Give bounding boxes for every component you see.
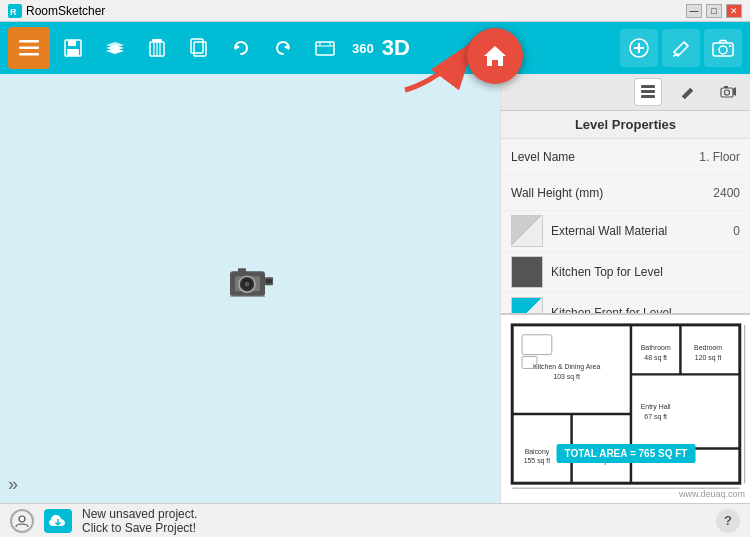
user-icon[interactable] <box>10 509 34 533</box>
svg-rect-47 <box>724 86 728 88</box>
camera-snapshot-button[interactable] <box>704 29 742 67</box>
svg-rect-3 <box>19 47 39 50</box>
status-line1: New unsaved project. <box>82 507 706 521</box>
level-name-row: Level Name 1. Floor <box>501 139 750 175</box>
external-wall-swatch <box>511 215 543 247</box>
wall-height-row: Wall Height (mm) 2400 <box>501 175 750 211</box>
delete-button[interactable] <box>138 29 176 67</box>
level-name-label: Level Name <box>511 150 699 164</box>
status-line2: Click to Save Project! <box>82 521 706 535</box>
svg-marker-16 <box>284 44 289 50</box>
wall-height-label: Wall Height (mm) <box>511 186 713 200</box>
cloud-icon <box>49 514 67 528</box>
kitchen-front-label: Kitchen Front for Level <box>551 306 740 313</box>
camera-placement-icon <box>225 263 275 306</box>
layers-icon <box>104 40 126 56</box>
undo-icon <box>232 39 250 57</box>
save-icon <box>63 38 83 58</box>
svg-text:Balcony: Balcony <box>525 448 550 456</box>
svg-rect-14 <box>191 39 203 53</box>
edit-tab[interactable] <box>674 78 702 106</box>
svg-rect-41 <box>641 90 655 93</box>
360-label[interactable]: 360 <box>352 41 374 56</box>
clear-icon <box>315 39 335 57</box>
kitchen-front-row[interactable]: Kitchen Front for Level <box>501 293 750 313</box>
user-avatar-icon <box>15 514 29 528</box>
canvas-area[interactable]: » <box>0 74 500 503</box>
svg-rect-7 <box>67 49 79 56</box>
trash-icon <box>149 38 165 58</box>
status-message: New unsaved project. Click to Save Proje… <box>82 507 706 535</box>
panel-title: Level Properties <box>501 111 750 139</box>
svg-rect-4 <box>19 53 39 56</box>
minimize-button[interactable]: — <box>686 4 702 18</box>
panel-tabs <box>501 74 750 111</box>
undo-button[interactable] <box>222 29 260 67</box>
svg-point-29 <box>729 45 731 47</box>
save-cloud-button[interactable] <box>44 509 72 533</box>
svg-rect-42 <box>641 95 655 98</box>
watermark: www.deuaq.com <box>679 489 745 499</box>
floor-plan-preview: Kitchen & Dining Area 103 sq ft Bathroom… <box>501 313 750 503</box>
svg-text:67 sq ft: 67 sq ft <box>644 413 667 421</box>
kitchen-front-swatch <box>511 297 543 313</box>
edit-button[interactable] <box>662 29 700 67</box>
svg-point-28 <box>719 46 727 54</box>
title-bar-left: R RoomSketcher <box>8 4 105 18</box>
svg-line-25 <box>684 42 688 46</box>
title-bar: R RoomSketcher — □ ✕ <box>0 0 750 22</box>
svg-rect-12 <box>152 39 162 42</box>
camera-icon <box>225 263 275 303</box>
kitchen-top-swatch <box>511 256 543 288</box>
copy-icon <box>190 38 208 58</box>
svg-point-35 <box>245 281 250 286</box>
svg-text:Bedroom: Bedroom <box>694 344 722 351</box>
toolbar: 360 3D <box>0 22 750 74</box>
camera-tab[interactable] <box>714 78 742 106</box>
expand-button[interactable]: » <box>8 474 18 495</box>
undo-redo-button[interactable] <box>96 29 134 67</box>
maximize-button[interactable]: □ <box>706 4 722 18</box>
redo-icon <box>274 39 292 57</box>
svg-rect-40 <box>641 85 655 88</box>
main-area: » <box>0 74 750 503</box>
svg-text:R: R <box>10 7 17 17</box>
app-title: RoomSketcher <box>26 4 105 18</box>
redo-button[interactable] <box>264 29 302 67</box>
snapshot-icon <box>712 39 734 57</box>
svg-text:Bathroom: Bathroom <box>641 344 671 351</box>
add-icon <box>629 38 649 58</box>
svg-text:48 sq ft: 48 sq ft <box>644 354 667 362</box>
svg-rect-13 <box>194 42 206 56</box>
svg-rect-6 <box>68 40 76 46</box>
copy-button[interactable] <box>180 29 218 67</box>
svg-text:Kitchen & Dining Area: Kitchen & Dining Area <box>533 363 600 371</box>
svg-text:120 sq ft: 120 sq ft <box>695 354 722 362</box>
help-button[interactable]: ? <box>716 509 740 533</box>
house-icon <box>481 42 509 70</box>
kitchen-top-label: Kitchen Top for Level <box>551 265 740 279</box>
app-icon: R <box>8 4 22 18</box>
svg-rect-38 <box>238 268 246 272</box>
kitchen-top-row[interactable]: Kitchen Top for Level <box>501 252 750 293</box>
3d-label[interactable]: 3D <box>382 35 410 61</box>
pencil-icon <box>671 38 691 58</box>
home-button[interactable] <box>467 28 523 84</box>
bottom-bar: New unsaved project. Click to Save Proje… <box>0 503 750 537</box>
svg-rect-37 <box>266 279 272 283</box>
external-wall-row[interactable]: External Wall Material 0 <box>501 211 750 252</box>
right-panel: Level Properties Level Name 1. Floor Wal… <box>500 74 750 503</box>
svg-rect-45 <box>721 88 733 97</box>
svg-point-73 <box>19 516 25 522</box>
close-button[interactable]: ✕ <box>726 4 742 18</box>
add-button[interactable] <box>620 29 658 67</box>
clear-button[interactable] <box>306 29 344 67</box>
edit-tab-icon <box>680 84 696 100</box>
menu-button[interactable] <box>8 27 50 69</box>
properties-tab[interactable] <box>634 78 662 106</box>
external-wall-value: 0 <box>733 224 740 238</box>
level-properties-panel: Level Properties Level Name 1. Floor Wal… <box>501 111 750 313</box>
floor-plan-svg: Kitchen & Dining Area 103 sq ft Bathroom… <box>501 315 750 503</box>
save-button[interactable] <box>54 29 92 67</box>
svg-text:Entry Hall: Entry Hall <box>641 403 671 411</box>
